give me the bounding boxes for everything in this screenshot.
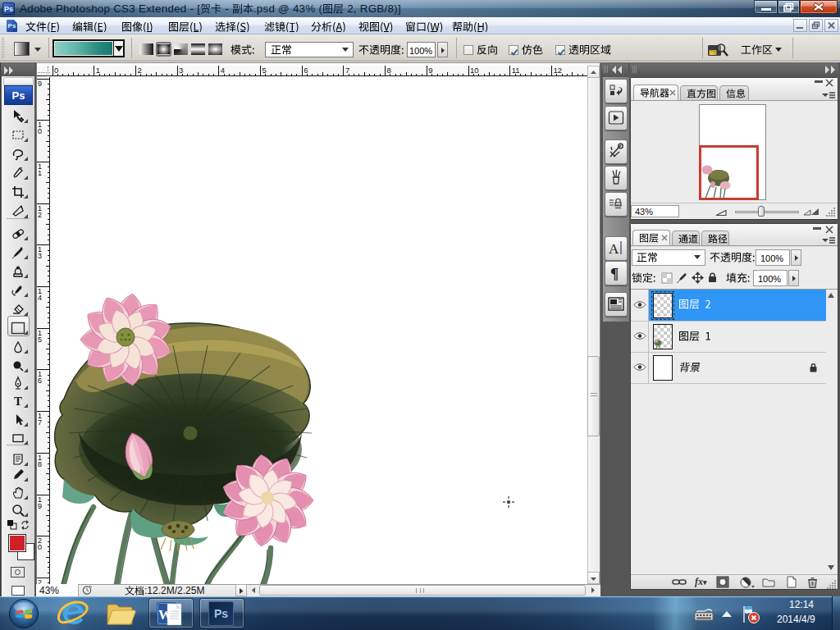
svg-text:W: W xyxy=(158,607,172,623)
svg-text:T: T xyxy=(14,395,22,408)
svg-text:A: A xyxy=(609,241,619,257)
svg-text:¶: ¶ xyxy=(610,265,619,282)
svg-text:Br: Br xyxy=(710,51,715,56)
